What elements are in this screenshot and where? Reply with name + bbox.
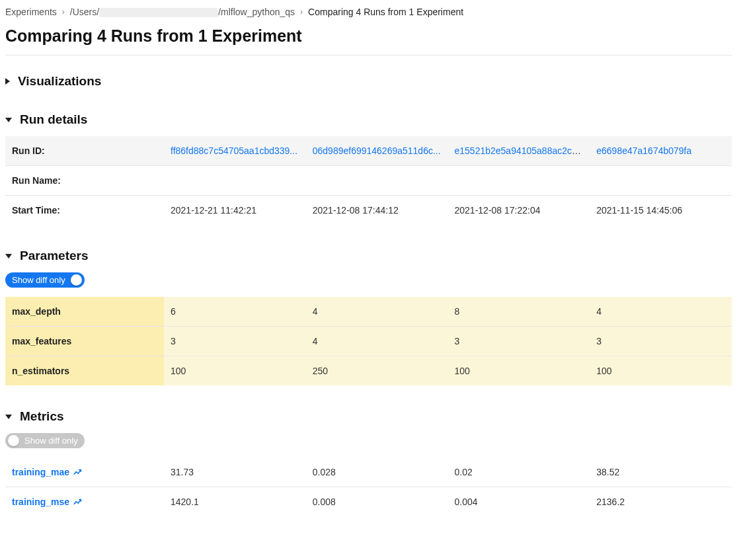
param-value: 3 <box>590 327 732 356</box>
caret-down-icon <box>5 254 12 259</box>
row-label: Start Time: <box>5 196 164 225</box>
run-id-link[interactable]: e15521b2e5a94105a88ac2c0... <box>455 145 585 156</box>
section-header-parameters[interactable]: Parameters <box>5 249 732 263</box>
param-row: max_features 3 4 3 3 <box>5 327 732 356</box>
param-value: 6 <box>164 297 306 327</box>
section-visualizations: Visualizations <box>5 74 732 89</box>
run-details-table: Run ID: ff86fd88c7c54705aa1cbd339... 06d… <box>5 136 732 225</box>
param-row: max_depth 6 4 8 4 <box>5 297 732 327</box>
section-run-details: Run details Run ID: ff86fd88c7c54705aa1c… <box>5 112 732 225</box>
divider <box>5 55 732 56</box>
metric-name: training_mse <box>12 497 69 507</box>
run-name-cell <box>448 166 590 196</box>
page-title: Comparing 4 Runs from 1 Experiment <box>5 24 732 55</box>
start-time-cell: 2021-11-15 14:45:06 <box>590 196 732 225</box>
section-header-visualizations[interactable]: Visualizations <box>5 74 732 89</box>
param-value: 3 <box>448 327 590 356</box>
section-header-metrics[interactable]: Metrics <box>5 409 732 424</box>
param-value: 100 <box>164 356 306 386</box>
chart-icon <box>73 498 82 506</box>
parameters-table: max_depth 6 4 8 4 max_features 3 4 3 3 n… <box>5 297 732 385</box>
metric-row: training_mae 31.73 0.028 0.02 38.52 <box>5 458 732 487</box>
chevron-right-icon: › <box>300 7 303 17</box>
toggle-knob <box>71 274 82 286</box>
section-parameters: Parameters Show diff only max_depth 6 4 … <box>5 249 732 385</box>
start-time-cell: 2021-12-08 17:44:12 <box>306 196 448 225</box>
param-value: 4 <box>306 327 448 356</box>
param-value: 100 <box>590 356 732 386</box>
caret-down-icon <box>5 118 12 122</box>
toggle-label: Show diff only <box>24 436 78 446</box>
metric-value: 0.028 <box>306 458 448 487</box>
section-metrics: Metrics Show diff only training_mae 31.7… <box>5 409 732 516</box>
run-id-link[interactable]: 06d989ef699146269a511d6c... <box>313 145 441 156</box>
caret-down-icon <box>5 415 12 419</box>
row-start-time: Start Time: 2021-12-21 11:42:21 2021-12-… <box>5 196 732 225</box>
chevron-right-icon: › <box>62 7 65 17</box>
param-name: max_depth <box>5 297 164 327</box>
redacted-user <box>99 8 218 17</box>
metric-value: 0.02 <box>448 458 590 487</box>
toggle-label: Show diff only <box>12 275 65 285</box>
param-name: max_features <box>5 327 164 356</box>
section-title: Parameters <box>20 249 89 263</box>
param-value: 100 <box>448 356 590 386</box>
row-run-id: Run ID: ff86fd88c7c54705aa1cbd339... 06d… <box>5 136 732 166</box>
section-title: Metrics <box>20 409 64 424</box>
metric-value: 0.008 <box>306 487 448 517</box>
metric-row: training_mse 1420.1 0.008 0.004 2136.2 <box>5 487 732 517</box>
metric-link[interactable]: training_mae <box>12 467 82 477</box>
chart-icon <box>73 468 82 477</box>
breadcrumb-root[interactable]: Experiments <box>5 7 57 17</box>
param-value: 250 <box>306 356 448 386</box>
param-value: 8 <box>448 297 590 327</box>
breadcrumb-current: Comparing 4 Runs from 1 Experiment <box>308 7 463 17</box>
metrics-table: training_mae 31.73 0.028 0.02 38.52 trai… <box>5 458 732 516</box>
start-time-cell: 2021-12-08 17:22:04 <box>448 196 590 225</box>
param-row: n_estimators 100 250 100 100 <box>5 356 732 386</box>
run-id-link[interactable]: e6698e47a1674b079fa <box>596 145 691 156</box>
param-value: 4 <box>590 297 732 327</box>
section-title: Visualizations <box>18 74 101 89</box>
show-diff-only-toggle[interactable]: Show diff only <box>5 433 85 448</box>
breadcrumb: Experiments › /Users//mlflow_python_qs ›… <box>5 5 732 24</box>
metric-link[interactable]: training_mse <box>12 497 82 507</box>
metric-value: 2136.2 <box>590 487 732 517</box>
show-diff-only-toggle[interactable]: Show diff only <box>5 272 85 288</box>
metric-name-cell: training_mae <box>5 458 164 487</box>
row-run-name: Run Name: <box>5 166 732 196</box>
param-value: 4 <box>306 297 448 327</box>
row-label: Run ID: <box>5 136 164 166</box>
param-name: n_estimators <box>5 356 164 386</box>
metric-value: 1420.1 <box>164 487 306 517</box>
start-time-cell: 2021-12-21 11:42:21 <box>164 196 306 225</box>
section-title: Run details <box>20 112 87 127</box>
metric-value: 31.73 <box>164 458 306 487</box>
param-value: 3 <box>164 327 306 356</box>
metric-value: 0.004 <box>448 487 590 517</box>
row-label: Run Name: <box>5 166 164 196</box>
metric-name: training_mae <box>12 467 69 477</box>
run-name-cell <box>306 166 448 196</box>
caret-right-icon <box>5 78 10 85</box>
run-name-cell <box>590 166 732 196</box>
breadcrumb-path[interactable]: /Users//mlflow_python_qs <box>70 7 295 17</box>
section-header-run-details[interactable]: Run details <box>5 112 732 127</box>
run-id-link[interactable]: ff86fd88c7c54705aa1cbd339... <box>171 145 297 156</box>
metric-name-cell: training_mse <box>5 487 164 517</box>
breadcrumb-path-prefix: /Users/ <box>70 7 99 17</box>
toggle-knob <box>8 435 19 446</box>
run-name-cell <box>164 166 306 196</box>
breadcrumb-path-suffix: /mlflow_python_qs <box>218 7 295 17</box>
metric-value: 38.52 <box>590 458 732 487</box>
